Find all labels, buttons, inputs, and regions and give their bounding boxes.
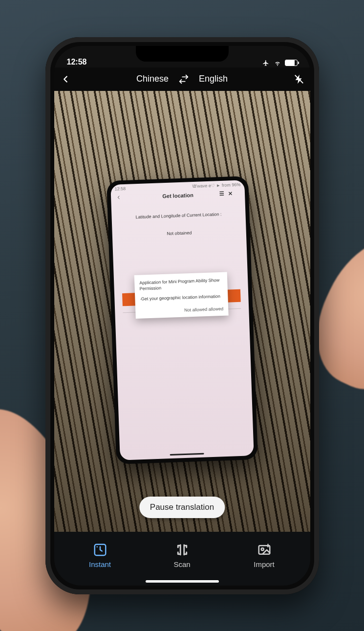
scanned-phone-frame: 12:58 \B'wave e♡ ► from 96% Get location…	[106, 176, 257, 464]
swap-languages-icon[interactable]	[178, 74, 189, 85]
wifi-icon	[273, 60, 282, 66]
back-icon[interactable]	[60, 74, 71, 85]
scanned-dialog-allow: allowed	[208, 306, 223, 311]
mode-import[interactable]: Import	[223, 543, 304, 568]
ios-home-indicator[interactable]	[146, 580, 219, 583]
scan-icon	[175, 543, 190, 557]
scanned-permission-dialog: Application for Mini Program Ability Sho…	[134, 272, 228, 318]
mode-import-label: Import	[254, 560, 275, 568]
camera-viewfinder[interactable]: 12:58 \B'wave e♡ ► from 96% Get location…	[54, 91, 310, 532]
status-time: 12:58	[67, 58, 87, 66]
flash-off-icon[interactable]	[294, 74, 304, 85]
scanned-close-icon: ✕	[228, 190, 232, 196]
scanned-body-line1: Latitude and Longitude of Current Locati…	[135, 212, 221, 219]
mode-instant-label: Instant	[89, 560, 111, 568]
svg-point-4	[261, 548, 263, 550]
scanned-status-time: 12:58	[114, 186, 126, 191]
iphone-notch	[136, 46, 229, 62]
scanned-status-right: \B'wave e♡ ► from 96%	[192, 182, 240, 188]
mode-scan-label: Scan	[173, 560, 190, 568]
target-language[interactable]: English	[193, 74, 234, 84]
outer-iphone-frame: 12:58 Chinese English	[45, 37, 319, 594]
scanned-body: Latitude and Longitude of Current Locati…	[111, 199, 254, 460]
import-icon	[257, 543, 272, 557]
scanned-dialog-deny: Not allowed	[184, 306, 207, 312]
mode-scan[interactable]: Scan	[141, 543, 222, 568]
battery-icon	[285, 60, 298, 66]
status-right-cluster	[261, 60, 298, 66]
svg-point-2	[96, 546, 98, 548]
camera-mode-toolbar: Instant Scan Import	[54, 532, 310, 586]
scanned-menu-icon: ☰	[219, 190, 224, 196]
source-language[interactable]: Chinese	[130, 74, 174, 84]
scanned-dialog-actions: Not allowed allowed	[140, 305, 223, 314]
scanned-phone-screen: 12:58 \B'wave e♡ ► from 96% Get location…	[110, 180, 254, 460]
airplane-mode-icon	[261, 60, 270, 66]
outer-iphone-screen: 12:58 Chinese English	[54, 46, 310, 586]
mode-instant[interactable]: Instant	[59, 543, 140, 568]
scanned-body-line2: Not obtained	[167, 230, 192, 236]
scanned-header-title: Get location	[162, 192, 193, 198]
pause-translation-button[interactable]: Pause translation	[139, 497, 225, 518]
translate-header: Chinese English	[54, 67, 310, 91]
instant-icon	[93, 543, 107, 557]
scanned-back-icon	[115, 195, 121, 200]
